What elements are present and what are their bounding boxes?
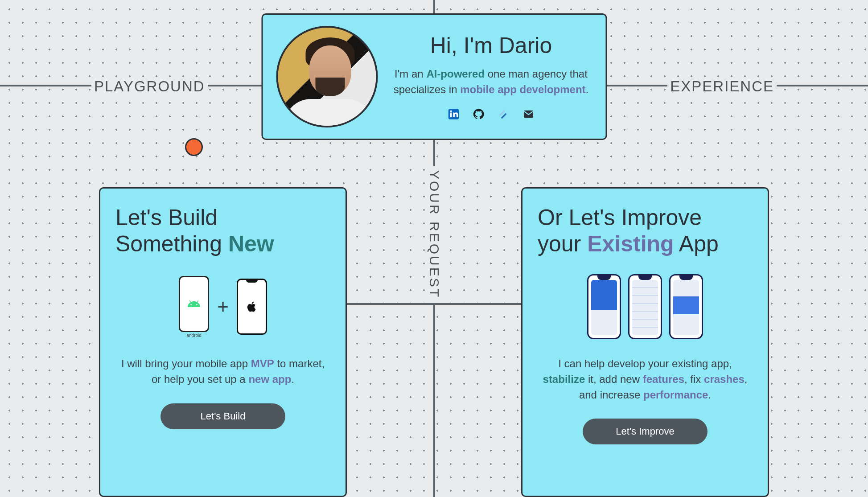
lets-build-button[interactable]: Let's Build — [160, 403, 285, 429]
svg-rect-1 — [450, 112, 452, 117]
hero-title: Hi, I'm Dario — [430, 33, 552, 58]
hero-card: Hi, I'm Dario I'm an AI-powered one man … — [261, 13, 607, 140]
build-description: I will bring your mobile app MVP to mark… — [115, 356, 330, 387]
build-card: Let's Build Something New android + I wi… — [99, 187, 347, 497]
playground-ball[interactable] — [185, 138, 203, 156]
app-mock-3 — [669, 274, 703, 339]
improve-description: I can help develop your existing app, st… — [538, 356, 753, 403]
android-phone-icon — [179, 276, 209, 332]
svg-point-2 — [450, 110, 452, 112]
toptal-icon[interactable] — [497, 107, 510, 121]
android-label: android — [186, 333, 201, 338]
avatar — [276, 26, 378, 127]
hero-intro: I'm an AI-powered one man agency that sp… — [393, 66, 589, 98]
lets-improve-button[interactable]: Let's Improve — [583, 419, 708, 444]
quadrant-label-experience: EXPERIENCE — [667, 78, 777, 95]
iphone-icon — [237, 279, 267, 335]
quadrant-label-your-request: YOUR REQUEST — [426, 166, 443, 303]
apple-icon — [245, 299, 259, 315]
quadrant-label-playground: PLAYGROUND — [91, 78, 208, 95]
improve-title: Or Let's Improve your Existing App — [538, 205, 719, 257]
app-mock-1 — [587, 274, 621, 339]
android-icon — [186, 296, 202, 312]
app-mock-2 — [628, 274, 662, 339]
divider-mid — [336, 303, 532, 305]
improve-card: Or Let's Improve your Existing App I can… — [521, 187, 769, 497]
plus-icon: + — [217, 296, 229, 318]
improve-illustration — [587, 273, 703, 340]
github-icon[interactable] — [472, 107, 485, 121]
linkedin-icon[interactable] — [447, 107, 461, 121]
build-illustration: android + — [179, 273, 267, 340]
build-title: Let's Build Something New — [115, 205, 274, 257]
email-icon[interactable] — [522, 107, 535, 121]
social-links — [447, 107, 535, 121]
